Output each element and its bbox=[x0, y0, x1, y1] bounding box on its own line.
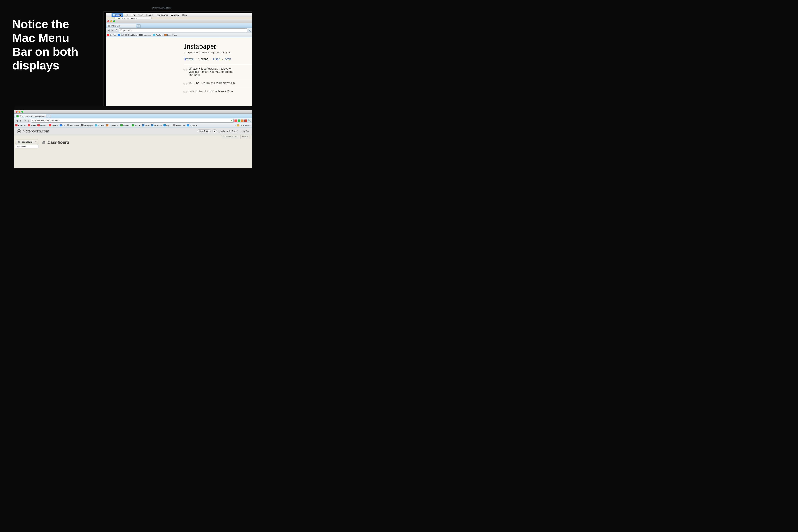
address-bar[interactable]: notebooks.com/wp-admin/ ★ bbox=[31, 119, 234, 122]
minimize-icon[interactable] bbox=[19, 112, 20, 113]
article-title: YouTube - learnClassicalHebrew's Ch bbox=[188, 81, 235, 85]
bookmark-item[interactable]: WylioPix bbox=[187, 124, 197, 127]
zoom-icon[interactable] bbox=[113, 20, 115, 22]
house-icon bbox=[17, 141, 20, 143]
ext-icon[interactable] bbox=[234, 119, 237, 122]
bookmark-icon bbox=[28, 124, 30, 127]
bookmark-item[interactable]: NB.com bbox=[120, 124, 130, 127]
bookmark-item[interactable]: NB.com bbox=[37, 124, 47, 127]
wrench-menu-icon[interactable]: 🔧 bbox=[248, 29, 251, 32]
bookmark-read-later[interactable]: Read Later bbox=[125, 34, 137, 36]
nav-unread[interactable]: Unread bbox=[198, 57, 209, 61]
external-monitor-screen: Chrome File Edit View History Bookmarks … bbox=[106, 13, 252, 106]
sidebar-subitem-dashboard[interactable]: Dashboard bbox=[16, 145, 38, 148]
ext-icon[interactable] bbox=[244, 119, 247, 122]
bookmarks-overflow[interactable]: » bbox=[235, 124, 236, 127]
window-titlebar[interactable] bbox=[16, 112, 251, 114]
sidebar-item-dashboard[interactable]: Dashboard ▼ bbox=[16, 139, 38, 145]
house-icon bbox=[42, 140, 46, 144]
logout-link[interactable]: Log Out bbox=[242, 130, 249, 132]
home-button[interactable]: ⌂ bbox=[27, 119, 30, 122]
bookmark-item[interactable]: blip.tv bbox=[164, 124, 171, 127]
bookmark-item[interactable]: LogosFrms bbox=[106, 124, 119, 127]
ext-icon[interactable] bbox=[241, 119, 244, 122]
globe-icon bbox=[120, 29, 122, 31]
menu-edit[interactable]: Edit bbox=[130, 13, 137, 17]
close-icon[interactable] bbox=[107, 20, 109, 22]
wp-header: Notebooks.com New Post ▼ Howdy, Kevin Pu… bbox=[16, 128, 251, 135]
article-title: How to Sync Android with Your Com bbox=[188, 90, 233, 93]
bookmark-gglrdr[interactable]: GglRdr bbox=[107, 34, 116, 36]
menu-help[interactable]: Help bbox=[180, 13, 188, 17]
wordpress-logo-icon[interactable] bbox=[17, 129, 21, 133]
bookmark-logosfrms[interactable]: LogosFrms bbox=[164, 34, 177, 36]
minimize-icon[interactable] bbox=[110, 20, 112, 22]
other-bookmarks[interactable]: Other Bookm bbox=[237, 124, 251, 127]
bookmark-item[interactable]: Press This bbox=[173, 124, 185, 127]
bookmark-icon bbox=[106, 124, 109, 127]
new-tab-button[interactable]: + bbox=[47, 115, 51, 118]
bookmark-item[interactable]: Read Later bbox=[67, 124, 79, 127]
menu-view[interactable]: View bbox=[137, 13, 145, 17]
nav-archive[interactable]: Arch bbox=[225, 57, 231, 61]
window-titlebar[interactable] bbox=[106, 19, 252, 23]
help-tab[interactable]: Help ▾ bbox=[240, 135, 250, 138]
zoom-icon[interactable] bbox=[21, 112, 23, 113]
ext-icon[interactable] bbox=[238, 119, 240, 122]
menu-history[interactable]: History bbox=[145, 13, 155, 17]
bookmark-item[interactable]: GBM bbox=[142, 124, 149, 127]
nav-browse[interactable]: Browse bbox=[184, 57, 194, 61]
screen-options-tab[interactable]: Screen Options ▾ bbox=[221, 135, 239, 138]
reload-button[interactable]: ⟳ bbox=[23, 119, 26, 122]
article-item[interactable]: MPlayerX Is a Powerful, Intuitive ViMac … bbox=[184, 64, 252, 79]
article-item[interactable]: How to Sync Android with Your Com bbox=[184, 87, 252, 95]
bookmark-instapaper[interactable]: Instapaper bbox=[139, 34, 151, 36]
bookmark-item[interactable]: Instapaper bbox=[81, 124, 93, 127]
article-item[interactable]: YouTube - learnClassicalHebrew's Ch bbox=[184, 79, 252, 87]
close-icon[interactable] bbox=[16, 112, 18, 113]
bookmark-item[interactable]: Gmail bbox=[28, 124, 36, 127]
bookmark-icon bbox=[132, 124, 134, 127]
chevron-down-icon: ▼ bbox=[35, 141, 37, 143]
new-post-button[interactable]: New Post bbox=[197, 129, 210, 133]
back-button[interactable]: ◀ bbox=[16, 119, 18, 122]
heart-icon[interactable] bbox=[184, 68, 187, 70]
bookmark-item[interactable]: Cal bbox=[60, 124, 65, 127]
wrench-menu-icon[interactable]: 🔧 bbox=[248, 119, 251, 122]
back-button[interactable]: ◀ bbox=[107, 29, 110, 32]
bookmark-item[interactable]: KP Email bbox=[16, 124, 26, 127]
instapaper-page: Instapaper A simple tool to save web pag… bbox=[106, 37, 252, 106]
nav-liked[interactable]: Liked bbox=[213, 57, 220, 61]
wp-sidebar: Dashboard ▼ Dashboard bbox=[16, 138, 39, 149]
menu-file[interactable]: File bbox=[123, 13, 130, 17]
heart-icon[interactable] bbox=[184, 90, 187, 93]
wp-site-title[interactable]: Notebooks.com bbox=[23, 129, 49, 134]
wp-page-title: Dashboard bbox=[42, 140, 250, 145]
tab-close-icon[interactable]: × bbox=[44, 115, 45, 117]
howdy-text: Howdy, Kevin Purcell bbox=[218, 130, 238, 132]
bookmark-icon bbox=[164, 124, 166, 127]
new-post-dropdown[interactable]: ▼ bbox=[212, 129, 217, 133]
bookmark-cal[interactable]: Cal bbox=[118, 34, 124, 36]
url-text: per.com/u bbox=[123, 29, 132, 32]
chrome-window-bottom: Dashboard ‹ Notebooks.com × + ◀ ▶ ⟳ ⌂ no… bbox=[16, 112, 251, 168]
globe-icon bbox=[32, 120, 35, 122]
bookmark-accfrm[interactable]: AccFrm bbox=[153, 34, 163, 36]
bookmark-item[interactable]: GglRdr bbox=[49, 124, 58, 127]
bookmark-item[interactable]: GBM CP bbox=[151, 124, 162, 127]
article-list: MPlayerX Is a Powerful, Intuitive ViMac … bbox=[106, 63, 252, 95]
new-tab-button[interactable]: + bbox=[137, 24, 140, 27]
bookmark-item[interactable]: AccFrm bbox=[95, 124, 104, 127]
menu-bookmarks[interactable]: Bookmarks bbox=[155, 13, 169, 17]
browser-tab-instapaper[interactable]: Instapaper bbox=[107, 24, 136, 27]
browser-tab-dashboard[interactable]: Dashboard ‹ Notebooks.com × bbox=[16, 114, 46, 118]
menu-window[interactable]: Window bbox=[169, 13, 180, 17]
heart-icon[interactable] bbox=[184, 82, 187, 84]
forward-button[interactable]: ▶ bbox=[111, 29, 114, 32]
bookmark-star-icon[interactable]: ★ bbox=[230, 119, 232, 122]
reload-button[interactable]: ⟳ bbox=[115, 29, 118, 32]
bookmark-item[interactable]: NB CP bbox=[132, 124, 140, 127]
forward-button[interactable]: ▶ bbox=[19, 119, 22, 122]
bookmark-icon bbox=[95, 124, 97, 127]
address-bar[interactable]: per.com/u bbox=[119, 28, 247, 32]
